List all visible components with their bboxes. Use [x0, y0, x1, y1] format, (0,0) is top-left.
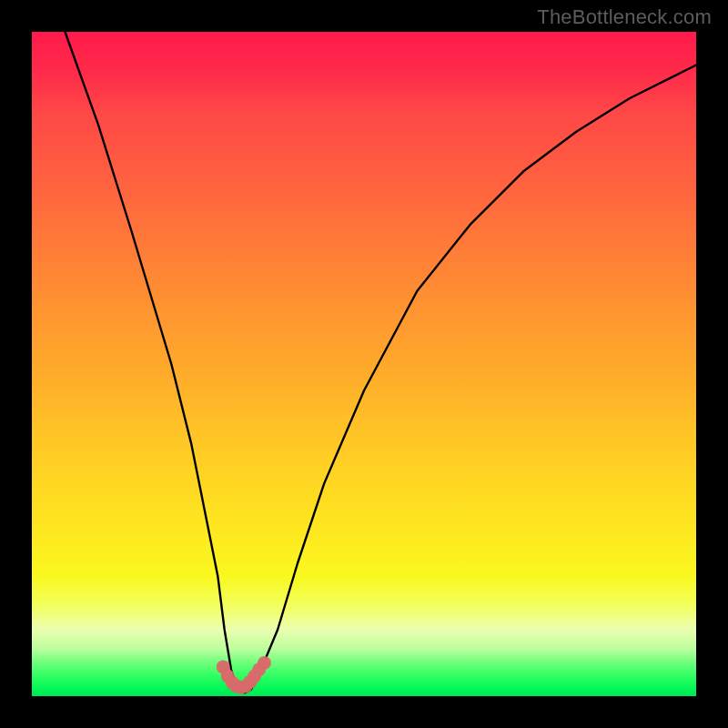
seam-markers: [217, 656, 271, 694]
svg-point-8: [252, 662, 266, 676]
svg-point-4: [234, 681, 248, 694]
svg-point-7: [248, 670, 261, 683]
svg-point-3: [229, 680, 243, 693]
chart-frame: TheBottleneck.com: [0, 0, 728, 728]
plot-area: [32, 32, 696, 696]
svg-point-9: [258, 656, 271, 670]
svg-point-1: [221, 670, 235, 683]
chart-svg: [32, 32, 696, 696]
svg-point-2: [226, 676, 239, 690]
svg-point-0: [217, 660, 230, 673]
curve-line: [66, 32, 697, 693]
svg-point-5: [239, 680, 253, 693]
svg-point-6: [244, 674, 258, 688]
watermark-text: TheBottleneck.com: [537, 5, 712, 29]
